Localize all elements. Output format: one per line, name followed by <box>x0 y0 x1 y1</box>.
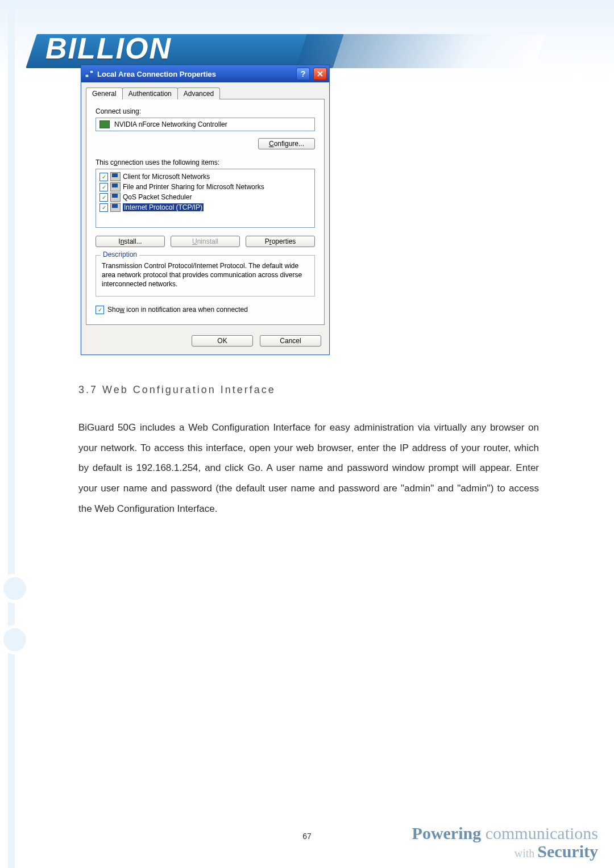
tab-advanced[interactable]: Advanced <box>177 87 220 99</box>
uninstall-button: Uninstall <box>171 236 240 247</box>
configure-label-rest: onfigure... <box>274 140 304 148</box>
checkbox-icon[interactable]: ✓ <box>96 306 104 314</box>
page-left-dot <box>0 574 30 603</box>
protocol-icon <box>110 203 121 212</box>
dialog-tabs: General Authentication Advanced <box>81 82 329 99</box>
svg-rect-1 <box>90 70 93 73</box>
footer-word-communications: communications <box>481 824 598 842</box>
checkbox-icon[interactable]: ✓ <box>99 203 108 212</box>
connection-items-list[interactable]: ✓ Client for Microsoft Networks ✓ File a… <box>96 169 315 228</box>
tab-general[interactable]: General <box>86 87 123 99</box>
list-item-label: Internet Protocol (TCP/IP) <box>123 203 204 211</box>
dialog-titlebar[interactable]: Local Area Connection Properties ? <box>81 65 329 82</box>
description-group: Description Transmission Control Protoco… <box>96 255 315 297</box>
items-label: This connection uses the following items… <box>96 158 315 166</box>
list-item[interactable]: ✓ File and Printer Sharing for Microsoft… <box>98 182 312 192</box>
connect-using-label: Connect using: <box>96 107 141 115</box>
checkbox-icon[interactable]: ✓ <box>99 173 108 181</box>
footer-word-with: with <box>515 847 538 859</box>
service-icon <box>110 193 121 202</box>
service-icon <box>110 172 121 181</box>
document-section: 3.7 Web Configuration Interface BiGuard … <box>78 384 539 519</box>
ok-button[interactable]: OK <box>192 335 253 347</box>
network-icon <box>85 69 94 78</box>
section-paragraph: BiGuard 50G includes a Web Configuration… <box>78 418 539 519</box>
show-icon-row[interactable]: ✓ Show icon in notification area when co… <box>96 306 315 314</box>
list-item[interactable]: ✓ Client for Microsoft Networks <box>98 172 312 182</box>
footer-word-powering: Powering <box>412 824 482 842</box>
list-item-label: File and Printer Sharing for Microsoft N… <box>123 183 264 191</box>
page-left-rail <box>8 0 15 868</box>
section-heading: 3.7 Web Configuration Interface <box>78 384 539 396</box>
adapter-field[interactable]: NVIDIA nForce Networking Controller <box>96 118 315 131</box>
checkbox-icon[interactable]: ✓ <box>99 193 108 202</box>
close-button[interactable] <box>313 68 327 80</box>
cancel-button[interactable]: Cancel <box>260 335 321 347</box>
adapter-name: NVIDIA nForce Networking Controller <box>114 120 227 128</box>
footer-brand: Powering communications with Security <box>412 824 598 860</box>
dialog-footer: OK Cancel <box>81 329 329 354</box>
description-legend: Description <box>101 251 139 258</box>
dialog-local-area-connection-properties: Local Area Connection Properties ? Gener… <box>81 65 330 355</box>
footer-word-security: Security <box>537 842 598 861</box>
dialog-title: Local Area Connection Properties <box>97 70 216 78</box>
nic-icon <box>99 120 110 128</box>
show-icon-label: Show icon in notification area when conn… <box>107 306 248 314</box>
help-button[interactable]: ? <box>296 68 310 80</box>
brand-stripe-tail <box>296 34 545 68</box>
brand-logo-text: BILLION <box>45 31 172 65</box>
service-icon <box>110 182 121 191</box>
configure-button[interactable]: Configure... <box>258 138 315 149</box>
svg-rect-0 <box>85 74 89 77</box>
checkbox-icon[interactable]: ✓ <box>99 183 108 191</box>
dialog-body: Connect using: NVIDIA nForce Networking … <box>86 99 325 325</box>
description-text: Transmission Control Protocol/Internet P… <box>102 261 309 289</box>
list-item-label: Client for Microsoft Networks <box>123 173 210 181</box>
tab-authentication[interactable]: Authentication <box>122 87 178 99</box>
properties-button[interactable]: Properties <box>246 236 315 247</box>
install-button[interactable]: Install... <box>96 236 165 247</box>
list-item-selected[interactable]: ✓ Internet Protocol (TCP/IP) <box>98 202 312 212</box>
list-item[interactable]: ✓ QoS Packet Scheduler <box>98 192 312 202</box>
page-left-dot <box>0 625 30 654</box>
list-item-label: QoS Packet Scheduler <box>123 193 192 201</box>
